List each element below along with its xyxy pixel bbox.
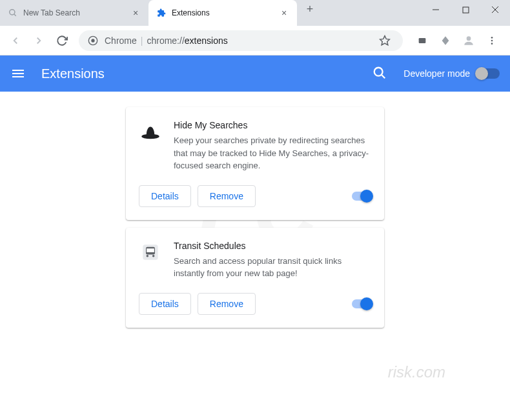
reload-button[interactable] xyxy=(52,30,72,51)
maximize-button[interactable] xyxy=(451,0,480,19)
extension-card: Hide My Searches Keep your searches priv… xyxy=(126,107,384,220)
svg-point-24 xyxy=(152,255,155,257)
browser-tabs: New Tab Search × Extensions × + xyxy=(0,0,319,26)
close-icon[interactable]: × xyxy=(279,8,289,18)
hat-icon xyxy=(139,120,162,143)
browser-toolbar: Chrome | chrome://extensions xyxy=(0,26,510,55)
hamburger-menu-icon[interactable] xyxy=(10,66,26,81)
developer-mode: Developer mode xyxy=(403,68,500,79)
extension-toggle[interactable] xyxy=(352,192,371,201)
remove-button[interactable]: Remove xyxy=(198,185,256,207)
tab-title: New Tab Search xyxy=(23,8,125,17)
address-bar[interactable]: Chrome | chrome://extensions xyxy=(79,30,403,51)
svg-point-17 xyxy=(374,68,383,76)
svg-point-13 xyxy=(491,43,493,45)
search-icon[interactable] xyxy=(372,66,388,81)
svg-point-11 xyxy=(491,37,493,39)
svg-rect-16 xyxy=(12,76,24,77)
extensions-header: Extensions Developer mode xyxy=(0,55,510,92)
titlebar: New Tab Search × Extensions × + xyxy=(0,0,510,26)
svg-point-23 xyxy=(147,255,149,257)
svg-marker-8 xyxy=(380,35,390,45)
star-icon[interactable] xyxy=(376,32,394,50)
svg-line-18 xyxy=(382,75,385,79)
forward-button[interactable] xyxy=(28,30,49,51)
profile-icon[interactable] xyxy=(460,32,478,50)
chrome-icon xyxy=(88,35,98,46)
developer-mode-toggle[interactable] xyxy=(476,68,500,79)
svg-point-7 xyxy=(91,39,94,42)
watermark-url: risk.com xyxy=(388,363,445,381)
extension-description: Search and access popular transit quick … xyxy=(174,255,371,280)
close-button[interactable] xyxy=(480,0,510,19)
svg-line-1 xyxy=(14,14,16,16)
close-icon[interactable]: × xyxy=(130,8,141,18)
extension-name: Hide My Searches xyxy=(174,120,371,130)
svg-point-10 xyxy=(467,36,471,41)
extension-icon-1[interactable] xyxy=(413,32,431,50)
menu-icon[interactable] xyxy=(483,32,501,50)
new-tab-button[interactable]: + xyxy=(301,0,319,18)
puzzle-icon xyxy=(156,8,167,18)
toolbar-right xyxy=(409,32,505,50)
extension-card: Transit Schedules Search and access popu… xyxy=(126,228,384,328)
page-title: Extensions xyxy=(41,66,357,81)
details-button[interactable]: Details xyxy=(139,293,191,315)
svg-rect-22 xyxy=(147,248,154,252)
svg-point-12 xyxy=(491,39,493,41)
address-text: Chrome | chrome://extensions xyxy=(105,35,228,46)
svg-point-0 xyxy=(10,10,15,15)
tab-title: Extensions xyxy=(172,8,274,17)
details-button[interactable]: Details xyxy=(139,185,191,207)
svg-rect-9 xyxy=(419,38,426,43)
window-controls xyxy=(421,0,510,19)
svg-rect-3 xyxy=(463,7,469,13)
extensions-list: Hide My Searches Keep your searches priv… xyxy=(0,92,510,343)
developer-mode-label: Developer mode xyxy=(403,68,470,79)
search-icon xyxy=(8,8,18,18)
tab-extensions[interactable]: Extensions × xyxy=(148,0,297,26)
back-button[interactable] xyxy=(5,30,26,51)
extension-toggle[interactable] xyxy=(352,299,371,308)
tab-new-tab-search[interactable]: New Tab Search × xyxy=(0,0,148,26)
minimize-button[interactable] xyxy=(421,0,451,19)
extension-description: Keep your searches private by redirectin… xyxy=(174,134,371,172)
svg-rect-15 xyxy=(12,73,24,74)
svg-rect-14 xyxy=(12,70,24,71)
extension-name: Transit Schedules xyxy=(174,241,371,251)
remove-button[interactable]: Remove xyxy=(198,293,256,315)
extension-icon-2[interactable] xyxy=(436,32,454,50)
bus-icon xyxy=(139,241,162,264)
